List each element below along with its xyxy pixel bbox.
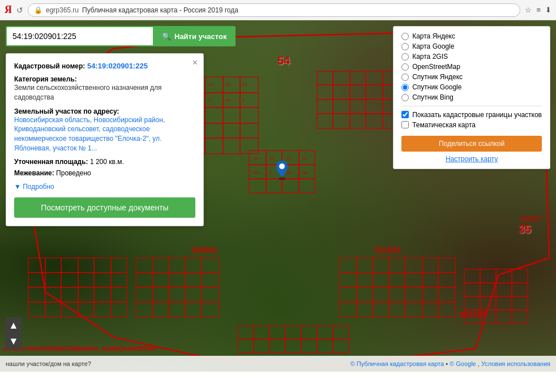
area-value: 1 200 кв.м. [90, 158, 124, 166]
radio-google-map-input[interactable] [401, 43, 409, 50]
map-container[interactable]: 147 148 149 150 151 152 153 154 155 156 … [0, 20, 556, 372]
zoom-out-button[interactable]: ▼ [6, 333, 22, 349]
mezhevanie-value: Проведено [56, 169, 91, 177]
category-label: Категория земель: [14, 75, 77, 83]
map-pin [275, 161, 289, 184]
podrobno-toggle[interactable]: ▼ Подробно [14, 183, 195, 191]
docs-button[interactable]: Посмотреть доступные документы [14, 197, 195, 218]
search-input[interactable] [6, 26, 153, 46]
google-link[interactable]: © Google [450, 360, 476, 367]
google-map-label: Карта Google [412, 42, 454, 50]
thematic-map-label: Тематическая карта [412, 121, 476, 129]
radio-bing-sat-input[interactable] [401, 94, 409, 101]
bottom-left-text: нашли участок/дом на карте? [6, 360, 91, 367]
bottom-bar: нашли участок/дом на карте? © Публичная … [0, 356, 556, 372]
radio-yandex-map-input[interactable] [401, 33, 409, 40]
category-value: Земли сельскохозяйственного назначения д… [14, 83, 195, 102]
settings-link[interactable]: Настроить карту [401, 155, 542, 163]
yandex-map-label: Карта Яндекс [412, 32, 455, 40]
radio-osm[interactable]: OpenStreetMap [401, 63, 542, 71]
show-boundaries-label: Показать кадастровые границы участков [412, 111, 542, 119]
show-boundaries-row[interactable]: Показать кадастровые границы участков [401, 111, 542, 119]
radio-2gis-map[interactable]: Карта 2GIS [401, 53, 542, 61]
map-label-54: 54 [277, 54, 290, 67]
zoom-controls: ▲ ▼ [6, 317, 22, 349]
bottom-right: © Публичная кадастровая карта • © Google… [350, 360, 550, 367]
chrome-actions: ☆ ≡ ⬇ [525, 6, 551, 14]
search-btn-label: Найти участок [174, 32, 226, 41]
reload-button[interactable]: ↺ [16, 6, 23, 15]
radio-google-sat-input[interactable] [401, 84, 409, 91]
search-button[interactable]: 🔍 Найти участок [153, 26, 236, 46]
map-label-021501: 021501 [375, 245, 401, 255]
info-panel: × Кадастровый номер: 54:19:020901:225 Ка… [6, 53, 204, 226]
area-label: Уточненная площадь: [14, 158, 88, 166]
radio-bing-sat[interactable]: Спутник Bing [401, 93, 542, 101]
radio-2gis-map-input[interactable] [401, 53, 409, 61]
download-icon[interactable]: ⬇ [545, 6, 551, 14]
category-row: Категория земель: Земли сельскохозяйстве… [14, 75, 195, 102]
pin-svg [275, 161, 289, 180]
layers-panel: Карта Яндекс Карта Google Карта 2GIS Ope… [393, 26, 550, 169]
copyright-link[interactable]: © Публичная кадастровая карта [350, 360, 444, 367]
page-title-chrome: Публичная кадастровая карта - Россия 201… [82, 6, 238, 14]
address-label: Земельный участок по адресу: [14, 107, 119, 115]
search-bar: 🔍 Найти участок [6, 26, 236, 46]
map-label-35: 35 [519, 223, 531, 236]
share-button[interactable]: Поделиться ссылкой [401, 136, 542, 152]
search-icon: 🔍 [162, 32, 171, 41]
thematic-map-checkbox[interactable] [401, 121, 409, 128]
yandex-logo: Я [5, 4, 12, 16]
address-bar[interactable]: 🔒 egrp365.ru Публичная кадастровая карта… [28, 3, 520, 17]
radio-osm-input[interactable] [401, 63, 409, 71]
close-button[interactable]: × [193, 58, 198, 67]
lock-icon: 🔒 [34, 6, 42, 14]
show-boundaries-checkbox[interactable] [401, 111, 409, 118]
map-label-061977: 061977 [521, 216, 542, 222]
thematic-map-row[interactable]: Тематическая карта [401, 121, 542, 129]
cadastral-label: Кадастровый номер: [14, 62, 85, 70]
osm-label: OpenStreetMap [412, 63, 460, 71]
radio-yandex-sat[interactable]: Спутник Яндекс [401, 73, 542, 81]
terms-link[interactable]: Условия использования [481, 360, 550, 367]
radio-google-map[interactable]: Карта Google [401, 42, 542, 50]
radio-yandex-sat-input[interactable] [401, 74, 409, 81]
cadastral-number-row: Кадастровый номер: 54:19:020901:225 [14, 62, 195, 70]
browser-chrome: Я ↺ 🔒 egrp365.ru Публичная кадастровая к… [0, 0, 556, 20]
address-link[interactable]: Новосибирская область, Новосибирский рай… [14, 116, 165, 152]
area-row: Уточненная площадь: 1 200 кв.м. [14, 158, 195, 166]
map-label-062256: 062256 [460, 310, 486, 319]
google-sat-label: Спутник Google [412, 83, 461, 91]
mezhevanie-row: Межевание: Проведено [14, 169, 195, 177]
zoom-in-button[interactable]: ▲ [6, 317, 22, 333]
2gis-map-label: Карта 2GIS [412, 53, 448, 61]
radio-yandex-map[interactable]: Карта Яндекс [401, 32, 542, 40]
url-text: egrp365.ru [46, 6, 79, 14]
address-value: Новосибирская область, Новосибирский рай… [14, 115, 195, 153]
cadastral-link[interactable]: 54:19:020901:225 [87, 62, 148, 70]
radio-google-sat[interactable]: Спутник Google [401, 83, 542, 91]
map-label-020901: 020901 [191, 245, 218, 255]
svg-point-249 [279, 163, 285, 169]
bookmark-icon[interactable]: ☆ [525, 6, 532, 14]
address-row: Земельный участок по адресу: Новосибирск… [14, 107, 195, 153]
menu-icon[interactable]: ≡ [536, 6, 541, 14]
boundary-label: поnacTe-HoBOcMOMpCKMIpaMoH;_KpMEQAaHOBCK… [0, 344, 159, 354]
bing-sat-label: Спутник Bing [412, 93, 454, 101]
mezhevanie-label: Межевание: [14, 169, 54, 177]
yandex-sat-label: Спутник Яндекс [412, 73, 463, 81]
